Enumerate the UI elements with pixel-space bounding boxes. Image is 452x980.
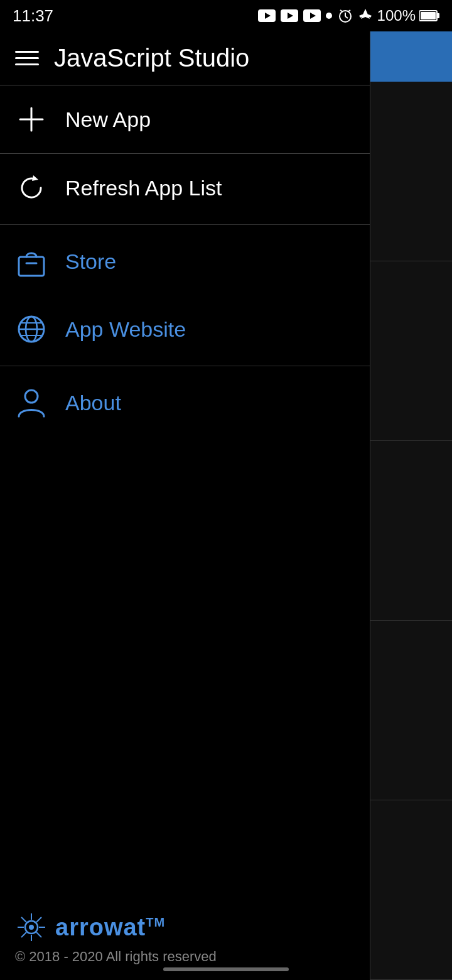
drawer-header: JavaScript Studio [0,31,370,85]
svg-rect-13 [421,12,436,19]
main-layout: JavaScript Studio New App Refresh Ap [0,31,452,980]
svg-marker-16 [32,175,38,181]
svg-rect-12 [437,13,439,18]
footer-brand: arrowatTM [55,914,165,940]
section-divider-1 [0,224,370,225]
battery-icon [419,10,439,21]
svg-line-8 [345,16,348,18]
status-right-icons: 100% [337,7,439,24]
menu-item-refresh[interactable]: Refresh App List [0,154,370,222]
notification-dot [326,13,332,19]
svg-line-10 [348,10,350,12]
right-panel-section-5 [370,800,452,980]
footer-logo: arrowatTM [15,911,355,944]
footer-brand-container: arrowatTM [55,914,165,941]
youtube-icon-1 [258,9,276,22]
person-icon [15,386,48,419]
battery-label: 100% [377,7,416,24]
arrowat-logo-icon [15,911,48,944]
right-panel-section-3 [370,441,452,621]
app-title: JavaScript Studio [54,44,249,72]
svg-line-9 [340,10,343,12]
svg-rect-17 [19,257,44,276]
drawer: JavaScript Studio New App Refresh Ap [0,31,370,980]
right-panel-section-1 [370,82,452,261]
airplane-icon [357,8,374,24]
right-panel-section-4 [370,621,452,800]
section-divider-2 [0,366,370,366]
refresh-label: Refresh App List [65,176,222,200]
menu-item-app-website[interactable]: App Website [0,295,370,363]
svg-line-34 [21,932,26,937]
svg-point-24 [25,390,38,403]
store-icon [15,245,48,278]
hamburger-button[interactable] [15,51,39,65]
right-panel-section-2 [370,261,452,441]
footer-copyright: © 2018 - 2020 All rights reserved [15,949,217,964]
status-icons: 100% [258,7,439,24]
svg-line-33 [36,917,41,922]
right-panel [370,31,452,980]
svg-line-32 [36,932,41,937]
about-label: About [65,391,121,415]
plus-icon [15,103,48,136]
app-website-label: App Website [65,317,186,342]
svg-point-26 [29,925,34,930]
status-time: 11:37 [13,6,53,26]
store-label: Store [65,249,116,274]
youtube-icon-3 [303,9,321,22]
globe-icon [15,313,48,346]
menu-item-new-app[interactable]: New App [0,85,370,153]
new-app-label: New App [65,107,151,132]
bottom-nav-indicator [163,967,289,971]
menu-item-about[interactable]: About [0,369,370,437]
alarm-icon [337,8,353,24]
status-bar: 11:37 [0,0,452,31]
youtube-icon-2 [281,9,298,22]
svg-line-31 [21,917,26,922]
refresh-icon [15,172,48,204]
menu-item-store[interactable]: Store [0,227,370,295]
right-panel-top-bar [370,31,452,82]
